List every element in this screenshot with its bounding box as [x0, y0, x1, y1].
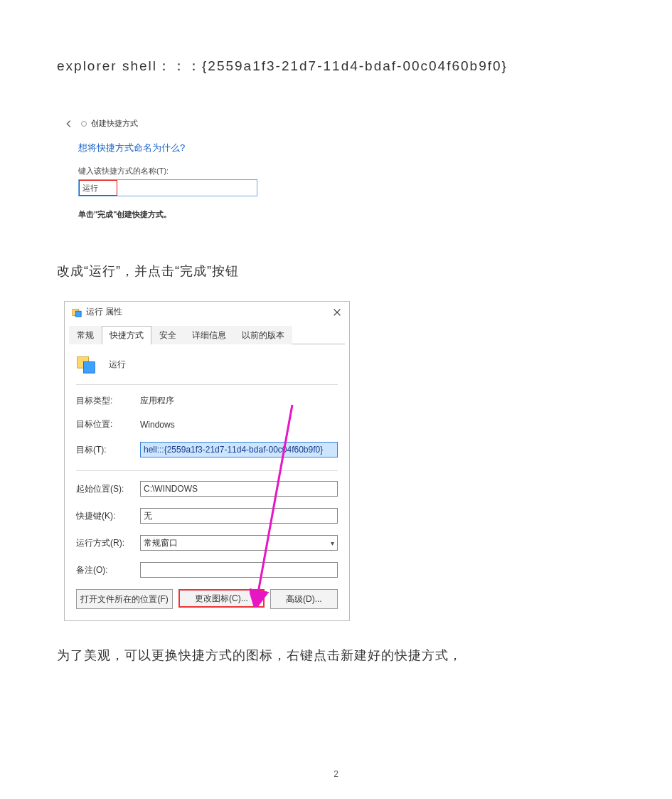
separator	[76, 470, 338, 471]
target-location-value: Windows	[140, 420, 338, 430]
tab-previous-versions[interactable]: 以前的版本	[234, 326, 292, 344]
runmode-select[interactable]: 常规窗口▾	[140, 535, 338, 551]
instruction-paragraph-1: 改成“运行”，并点击“完成”按钮	[57, 263, 615, 280]
shortcut-name-label: 运行	[109, 359, 126, 371]
tab-shortcut[interactable]: 快捷方式	[102, 326, 151, 344]
runmode-label: 运行方式(R):	[76, 537, 140, 549]
target-type-label: 目标类型:	[76, 395, 140, 407]
runmode-value: 常规窗口	[144, 537, 178, 549]
finish-hint-text: 单击"完成"创建快捷方式。	[78, 209, 292, 220]
create-shortcut-dialog: 创建快捷方式 想将快捷方式命名为什么? 键入该快捷方式的名称(T): 运行 单击…	[64, 118, 292, 220]
back-arrow-icon[interactable]	[64, 119, 74, 129]
properties-tabs: 常规 快捷方式 安全 详细信息 以前的版本	[69, 325, 345, 344]
dialog-breadcrumb: 创建快捷方式	[91, 118, 138, 129]
properties-window-title: 运行 属性	[86, 306, 122, 318]
shortcut-large-icon	[76, 354, 96, 374]
page-number: 2	[0, 769, 672, 779]
dialog-heading: 想将快捷方式命名为什么?	[78, 142, 292, 154]
shortcut-name-input[interactable]: 运行	[78, 179, 257, 196]
tab-details[interactable]: 详细信息	[184, 326, 234, 344]
svg-rect-1	[75, 311, 81, 317]
target-location-label: 目标位置:	[76, 418, 140, 430]
target-input[interactable]: hell:::{2559a1f3-21d7-11d4-bdaf-00c04f60…	[140, 442, 338, 457]
bullet-icon	[81, 121, 87, 127]
change-icon-button[interactable]: 更改图标(C)...	[178, 589, 265, 608]
open-file-location-button[interactable]: 打开文件所在的位置(F)	[76, 589, 173, 609]
target-type-value: 应用程序	[140, 395, 338, 407]
startin-label: 起始位置(S):	[76, 483, 140, 495]
chevron-down-icon: ▾	[331, 539, 334, 547]
target-label: 目标(T):	[76, 444, 140, 456]
instruction-paragraph-2: 为了美观，可以更换快捷方式的图标，右键点击新建好的快捷方式，	[57, 647, 615, 664]
name-field-label: 键入该快捷方式的名称(T):	[78, 166, 292, 176]
run-small-icon	[72, 307, 82, 317]
close-icon[interactable]	[332, 307, 342, 317]
startin-input[interactable]: C:\WINDOWS	[140, 481, 338, 497]
comment-input[interactable]	[140, 562, 338, 578]
advanced-button[interactable]: 高级(D)...	[270, 589, 338, 609]
command-line-text: explorer shell：：：{2559a1f3-21d7-11d4-bda…	[57, 57, 615, 75]
svg-rect-3	[84, 362, 95, 374]
hotkey-label: 快捷键(K):	[76, 510, 140, 522]
shortcut-name-value-highlight: 运行	[79, 180, 117, 196]
tab-security[interactable]: 安全	[151, 326, 184, 344]
run-properties-dialog: 运行 属性 常规 快捷方式 安全 详细信息 以前的版本 运行 目标类型: 应用程…	[64, 301, 350, 621]
hotkey-input[interactable]: 无	[140, 508, 338, 524]
tab-general[interactable]: 常规	[69, 326, 102, 344]
comment-label: 备注(O):	[76, 564, 140, 576]
